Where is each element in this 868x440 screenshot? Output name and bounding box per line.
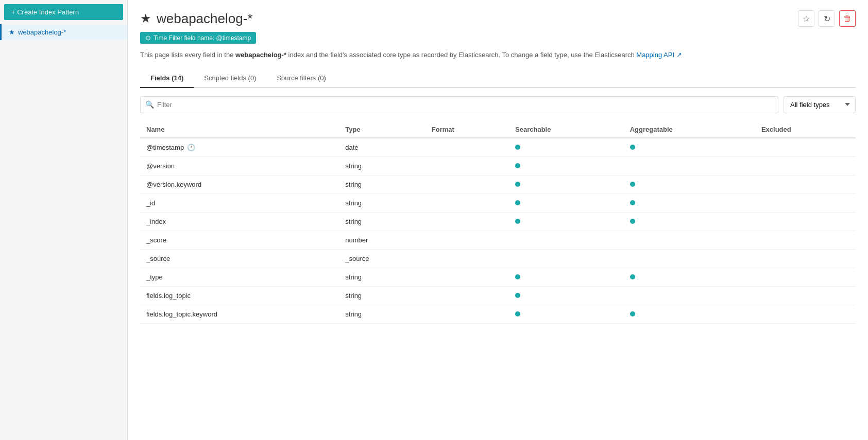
star-icon: ★	[9, 28, 15, 36]
cell-excluded	[755, 249, 856, 268]
page-header: ★ webapachelog-* ☆ ↻ 🗑	[140, 10, 856, 27]
tab-fields[interactable]: Fields (14)	[140, 69, 194, 88]
field-name-wrapper: _type	[146, 273, 333, 281]
title-star-icon: ★	[140, 11, 151, 26]
field-name-wrapper: @version.keyword	[146, 181, 333, 188]
sidebar-item-label: webapachelog-*	[18, 28, 66, 36]
cell-name: _score	[140, 231, 339, 249]
filter-row: 🔍 All field types	[140, 96, 856, 113]
field-name-text: @timestamp	[146, 144, 184, 151]
cell-searchable	[509, 249, 624, 268]
index-name-bold: webapachelog-*	[235, 51, 286, 59]
header-actions: ☆ ↻ 🗑	[798, 10, 856, 27]
cell-name: fields.log_topic	[140, 286, 339, 305]
field-name-wrapper: fields.log_topic.keyword	[146, 310, 333, 318]
refresh-button[interactable]: ↻	[819, 10, 835, 27]
col-format: Format	[426, 121, 509, 138]
create-index-pattern-button[interactable]: + Create Index Pattern	[4, 4, 123, 20]
tabs-container: Fields (14) Scripted fields (0) Source f…	[140, 69, 856, 88]
cell-type: string	[339, 286, 425, 305]
mapping-api-link[interactable]: Mapping API ↗	[636, 51, 682, 59]
cell-excluded	[755, 268, 856, 286]
favorite-button[interactable]: ☆	[798, 10, 814, 27]
searchable-dot	[515, 182, 520, 187]
field-name-wrapper: _score	[146, 236, 333, 244]
field-name-wrapper: @version	[146, 162, 333, 170]
cell-aggregatable	[624, 212, 755, 231]
tab-source-filters[interactable]: Source filters (0)	[266, 69, 336, 88]
cell-format	[426, 286, 509, 305]
cell-searchable	[509, 193, 624, 212]
searchable-dot	[515, 311, 520, 316]
cell-searchable	[509, 138, 624, 157]
cell-type: number	[339, 231, 425, 249]
cell-aggregatable	[624, 305, 755, 323]
cell-name: @version	[140, 156, 339, 175]
table-body: @timestamp🕐date@versionstring@version.ke…	[140, 138, 856, 324]
cell-format	[426, 212, 509, 231]
tab-scripted-fields[interactable]: Scripted fields (0)	[194, 69, 266, 88]
searchable-dot	[515, 163, 520, 168]
sidebar-item-webapachelog[interactable]: ★ webapachelog-*	[0, 24, 127, 40]
cell-type: string	[339, 212, 425, 231]
cell-aggregatable	[624, 138, 755, 157]
table-row: _idstring	[140, 193, 856, 212]
clock-badge-icon: ⊙	[145, 34, 151, 42]
cell-excluded	[755, 231, 856, 249]
field-name-wrapper: _index	[146, 218, 333, 225]
col-excluded: Excluded	[755, 121, 856, 138]
field-name-text: _score	[146, 236, 166, 244]
cell-searchable	[509, 212, 624, 231]
cell-format	[426, 156, 509, 175]
field-type-select[interactable]: All field types	[784, 96, 856, 113]
cell-format	[426, 138, 509, 157]
field-name-text: @version.keyword	[146, 181, 201, 188]
cell-aggregatable	[624, 268, 755, 286]
cell-format	[426, 193, 509, 212]
cell-excluded	[755, 156, 856, 175]
cell-aggregatable	[624, 286, 755, 305]
aggregatable-dot	[630, 200, 635, 205]
fields-table: Name Type Format Searchable Aggregatable…	[140, 121, 856, 324]
cell-excluded	[755, 193, 856, 212]
main-content: ★ webapachelog-* ☆ ↻ 🗑 ⊙ Time Filter fie…	[128, 0, 868, 440]
filter-input[interactable]	[140, 96, 778, 113]
field-name-text: _type	[146, 273, 163, 281]
description: This page lists every field in the webap…	[140, 50, 856, 61]
time-filter-text: Time Filter field name: @timestamp	[154, 34, 251, 42]
filter-input-wrapper: 🔍	[140, 96, 778, 113]
table-row: @version.keywordstring	[140, 175, 856, 193]
cell-aggregatable	[624, 249, 755, 268]
cell-name: _id	[140, 193, 339, 212]
field-name-wrapper: @timestamp🕐	[146, 144, 333, 151]
table-row: @versionstring	[140, 156, 856, 175]
table-header: Name Type Format Searchable Aggregatable…	[140, 121, 856, 138]
cell-searchable	[509, 305, 624, 323]
cell-excluded	[755, 305, 856, 323]
searchable-dot	[515, 219, 520, 224]
table-row: _source_source	[140, 249, 856, 268]
cell-searchable	[509, 268, 624, 286]
table-row: fields.log_topicstring	[140, 286, 856, 305]
searchable-dot	[515, 293, 520, 298]
cell-excluded	[755, 138, 856, 157]
cell-name: _source	[140, 249, 339, 268]
field-name-text: _index	[146, 218, 166, 225]
cell-type: string	[339, 175, 425, 193]
page-title: webapachelog-*	[157, 11, 252, 27]
cell-aggregatable	[624, 175, 755, 193]
cell-searchable	[509, 156, 624, 175]
field-name-text: fields.log_topic	[146, 292, 191, 300]
time-field-icon: 🕐	[187, 144, 195, 151]
delete-button[interactable]: 🗑	[839, 10, 856, 27]
cell-format	[426, 305, 509, 323]
searchable-dot	[515, 200, 520, 205]
col-aggregatable: Aggregatable	[624, 121, 755, 138]
aggregatable-dot	[630, 182, 635, 187]
cell-searchable	[509, 231, 624, 249]
cell-aggregatable	[624, 156, 755, 175]
search-icon: 🔍	[145, 100, 154, 109]
field-name-wrapper: _source	[146, 255, 333, 262]
col-type: Type	[339, 121, 425, 138]
cell-aggregatable	[624, 231, 755, 249]
